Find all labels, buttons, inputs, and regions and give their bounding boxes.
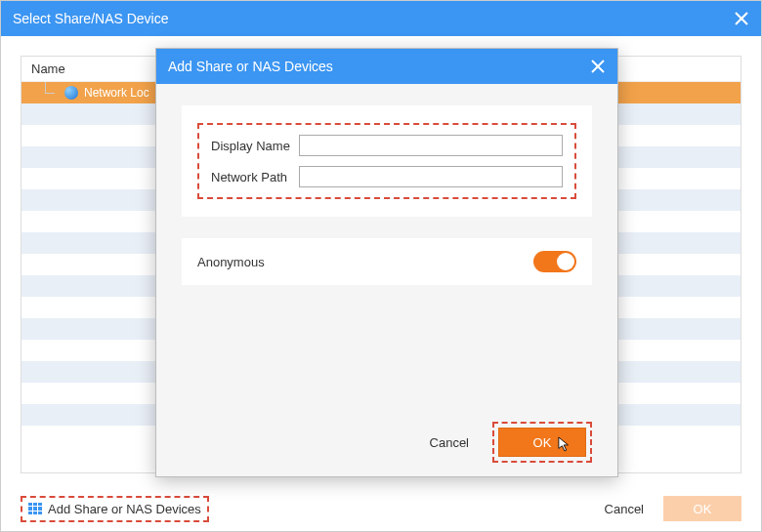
ok-highlight: OK	[492, 422, 592, 463]
outer-title: Select Share/NAS Device	[13, 11, 169, 26]
outer-cancel-button[interactable]: Cancel	[605, 502, 644, 516]
display-name-row: Display Name	[211, 135, 563, 156]
modal-cancel-button[interactable]: Cancel	[430, 435, 469, 450]
display-name-label: Display Name	[211, 139, 299, 153]
add-share-label: Add Share or NAS Devices	[48, 502, 201, 516]
select-share-window: Select Share/NAS Device Name Network Loc	[0, 0, 762, 532]
outer-ok-button[interactable]: OK	[663, 496, 741, 521]
close-icon[interactable]	[590, 59, 606, 74]
cursor-icon	[558, 436, 572, 452]
modal-ok-label: OK	[533, 435, 552, 450]
add-share-button[interactable]: Add Share or NAS Devices	[21, 496, 209, 522]
anonymous-row: Anonymous	[182, 238, 592, 285]
network-path-row: Network Path	[211, 166, 563, 187]
modal-title: Add Share or NAS Devices	[168, 59, 333, 74]
modal-footer: Cancel OK	[430, 422, 592, 463]
form-block: Display Name Network Path	[182, 105, 592, 217]
tree-connector-icon	[45, 82, 59, 103]
anonymous-label: Anonymous	[197, 255, 265, 269]
outer-titlebar: Select Share/NAS Device	[1, 1, 761, 36]
network-path-label: Network Path	[211, 170, 299, 184]
tree-item-label: Network Loc	[84, 86, 149, 100]
form-highlight: Display Name Network Path	[197, 123, 576, 199]
grid-icon	[28, 503, 42, 514]
network-path-input[interactable]	[299, 166, 563, 187]
anonymous-toggle[interactable]	[533, 251, 576, 272]
add-share-modal: Add Share or NAS Devices Display Name Ne…	[155, 48, 618, 477]
modal-titlebar: Add Share or NAS Devices	[156, 49, 617, 84]
modal-body: Display Name Network Path Anonymous Canc…	[156, 84, 617, 476]
footer-right: Cancel OK	[605, 496, 741, 521]
outer-footer: Add Share or NAS Devices Cancel OK	[21, 494, 741, 523]
close-icon[interactable]	[734, 11, 749, 26]
globe-icon	[64, 86, 78, 100]
display-name-input[interactable]	[299, 135, 563, 156]
toggle-knob-icon	[557, 253, 574, 270]
modal-ok-button[interactable]: OK	[498, 428, 586, 457]
